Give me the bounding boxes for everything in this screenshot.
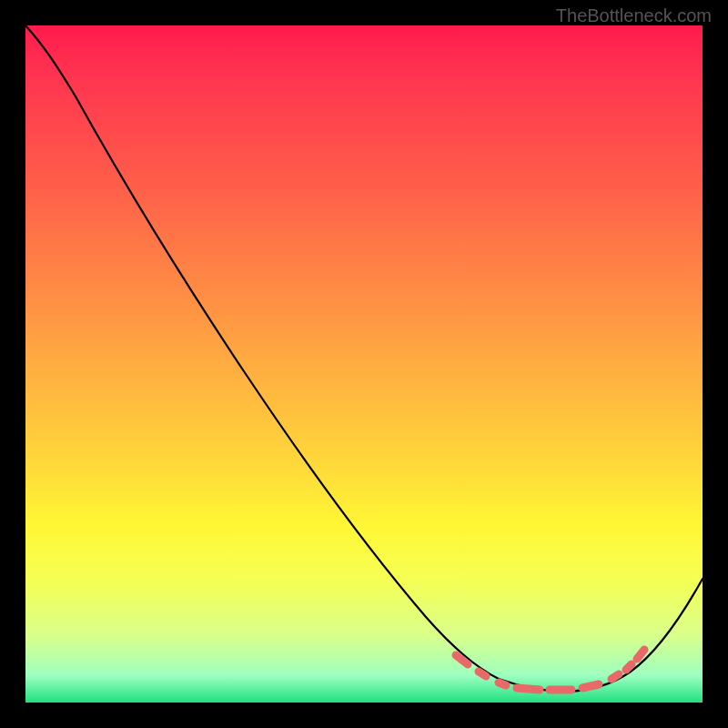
bottleneck-curve-line: [25, 25, 703, 692]
bottleneck-curve-svg: [25, 25, 703, 703]
watermark-text: TheBottleneck.com: [556, 5, 712, 26]
chart-plot-area: [25, 25, 703, 703]
